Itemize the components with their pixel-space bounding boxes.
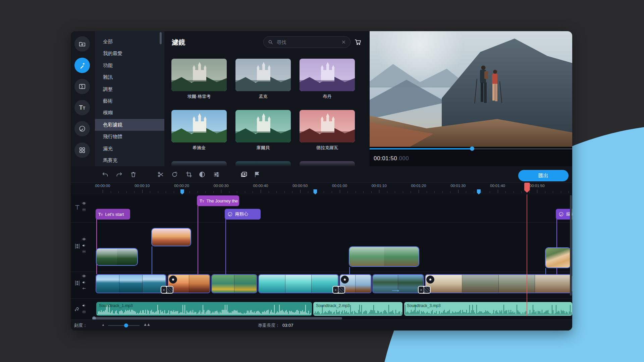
category-item-10[interactable]: 漏光 — [95, 143, 164, 155]
transition-chevron-icon: » — [161, 287, 166, 293]
wizard-button[interactable] — [240, 171, 248, 178]
ruler-tick — [395, 191, 395, 193]
zoom-in-icon[interactable]: ▲▲ — [143, 322, 150, 327]
zoom-out-icon[interactable]: ▲ — [102, 323, 104, 326]
scissors-button[interactable] — [157, 171, 164, 178]
filter-card[interactable]: 布丹 — [300, 59, 355, 100]
rail-filters-button[interactable] — [74, 58, 90, 73]
category-item-3[interactable]: 功能 — [95, 60, 164, 71]
rail-stickers-button[interactable] — [74, 121, 90, 136]
ruler-tick — [111, 191, 111, 193]
category-item-8[interactable]: 色彩濾鏡 — [95, 119, 164, 131]
transition-badge[interactable]: » — [332, 286, 345, 294]
category-item-9[interactable]: 飛行物體 — [95, 131, 164, 142]
track-speaker-toggle[interactable] — [82, 243, 86, 248]
seek-bar[interactable] — [370, 148, 572, 149]
preview-player: 00:01:50.000 16:9 — [370, 31, 572, 167]
playhead-line[interactable] — [527, 194, 527, 316]
track-eye-toggle[interactable] — [82, 237, 86, 241]
rotate-button[interactable] — [171, 171, 178, 178]
filter-card[interactable]: 庫爾貝 — [235, 110, 291, 151]
audio-clip[interactable]: Soundtrack_2.mp3 — [313, 302, 402, 316]
clip-frame — [535, 275, 572, 293]
ruler-timestamp: 00:01:30 — [450, 184, 466, 188]
ruler-timestamp: 00:01:20 — [411, 184, 426, 188]
rail-add-media-button[interactable] — [74, 36, 90, 52]
filter-thumbnail — [235, 110, 291, 142]
undo-button[interactable] — [102, 171, 109, 178]
timeline-marker[interactable] — [180, 189, 184, 194]
lake-aerial-clip[interactable] — [96, 274, 166, 293]
contrast-button[interactable] — [199, 171, 206, 178]
filter-card[interactable]: 德拉克羅瓦 — [300, 110, 355, 151]
transition-pattern — [167, 287, 173, 293]
filter-card[interactable]: 希施金 — [171, 110, 227, 151]
category-item-6[interactable]: 藝術 — [95, 95, 164, 107]
track-type-video-icon — [74, 243, 80, 249]
category-scrollbar[interactable] — [160, 32, 162, 44]
track-link-toggle[interactable] — [82, 310, 86, 314]
people-sunset-clip[interactable] — [151, 228, 191, 246]
wave-clip[interactable] — [258, 274, 339, 293]
track-eye-toggle[interactable] — [82, 201, 86, 205]
webcam-clip[interactable] — [545, 247, 571, 268]
mountains-clip[interactable] — [96, 248, 138, 266]
video-frame — [370, 31, 572, 147]
horizontal-scrollbar[interactable] — [95, 317, 342, 319]
clip-frame — [462, 275, 499, 293]
track-speaker-toggle[interactable] — [82, 280, 86, 285]
timeline-marker[interactable] — [477, 189, 481, 194]
filter-thumbnail-partial[interactable] — [235, 161, 291, 167]
category-item-2[interactable]: 我的最愛 — [95, 48, 164, 59]
title-clip[interactable]: TTLet's start — [96, 209, 130, 220]
timeline-ruler[interactable]: 00:00:0000:00:1000:00:2000:00:3000:00:40… — [71, 183, 572, 194]
category-item-1[interactable]: 全部 — [95, 36, 164, 48]
export-button[interactable]: 匯出 — [518, 170, 569, 181]
seek-knob[interactable] — [470, 146, 474, 151]
hikers-clip[interactable] — [425, 274, 572, 293]
filter-card[interactable]: 孟克 — [235, 59, 291, 100]
rail-transitions-button[interactable] — [74, 79, 90, 94]
audio-clip[interactable]: Soundtrack_3.mp3 — [404, 302, 572, 316]
title-clip[interactable]: TTThe Journey the e — [197, 195, 239, 206]
timeline-zoom-slider[interactable] — [108, 325, 140, 326]
crop-button[interactable] — [185, 171, 193, 178]
filter-thumbnail-partial[interactable] — [171, 161, 227, 167]
filter-thumbnail — [171, 110, 227, 142]
title-clip[interactable]: 兩顆心 — [225, 209, 261, 220]
clip-frame — [96, 275, 119, 293]
category-item-11[interactable]: 馬賽克 — [95, 155, 164, 166]
ruler-tick — [237, 191, 237, 193]
track-speaker-toggle[interactable] — [82, 303, 86, 308]
clip-frame — [350, 247, 384, 266]
sticker-icon — [78, 125, 86, 132]
category-item-4[interactable]: 雜訊 — [95, 71, 164, 83]
track-arrow-left-toggle[interactable] — [82, 286, 86, 291]
timeline-marker[interactable] — [313, 189, 317, 194]
redo-button[interactable] — [116, 171, 123, 178]
clip-connector-line — [225, 219, 226, 274]
ruler-tick — [150, 191, 150, 193]
filter-card[interactable]: 埃爾·格雷考 — [171, 59, 227, 100]
timeline-toolbar: 匯出 — [71, 166, 572, 183]
track-link-toggle[interactable] — [82, 249, 86, 254]
track-eye-toggle[interactable] — [82, 274, 86, 278]
rail-titles-button[interactable]: TT — [74, 100, 90, 115]
transition-badge[interactable]: » — [418, 286, 431, 294]
trash-button[interactable] — [130, 171, 137, 178]
audio-clip[interactable]: Soundtrack_1.mp3 — [96, 302, 312, 316]
roadtrip-clip[interactable] — [349, 246, 419, 267]
sliders-button[interactable] — [213, 171, 220, 178]
category-item-5[interactable]: 調整 — [95, 83, 164, 95]
filter-thumbnail-partial[interactable] — [300, 161, 355, 167]
ruler-timestamp: 00:01:10 — [372, 184, 387, 188]
rail-more-tools-button[interactable] — [74, 142, 90, 158]
flag-button[interactable] — [253, 171, 260, 178]
track-link-toggle[interactable] — [82, 207, 86, 212]
transition-badge[interactable]: » — [161, 286, 173, 294]
kayak-clip[interactable] — [211, 274, 257, 293]
vertical-scrollbar[interactable] — [570, 195, 572, 296]
clip-frame — [384, 247, 419, 266]
category-item-7[interactable]: 模糊 — [95, 107, 164, 119]
timeline-zoom-knob[interactable] — [124, 323, 128, 327]
